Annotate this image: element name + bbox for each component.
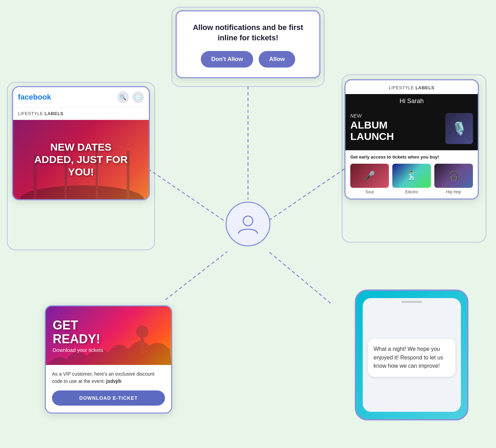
email-album-section: NEW ALBUM LAUNCH 🎙️ xyxy=(345,108,478,150)
email-mic-image: 🎙️ xyxy=(445,113,473,144)
email-genre-row: 🎤 Soul 🕺 Electro 🎧 Hip Hop xyxy=(350,164,473,194)
facebook-header: facebook 🔍 ✉️ xyxy=(13,87,149,107)
notification-title: Allow notifications and be first inline … xyxy=(189,22,307,43)
facebook-brand-bar: LIFESTYLE LABELS xyxy=(13,107,149,120)
svg-point-5 xyxy=(20,185,144,199)
svg-line-4 xyxy=(269,252,331,303)
email-card: LIFESTYLE LABELS Hi Sarah NEW ALBUM LAUN… xyxy=(344,79,479,200)
allow-button[interactable]: Allow xyxy=(259,51,295,68)
facebook-logo: facebook xyxy=(18,93,51,102)
email-new-label: NEW xyxy=(350,113,441,119)
download-body: As a VIP customer, here's an exclusive d… xyxy=(46,365,171,413)
genre-hiphop-image: 🎧 xyxy=(434,164,473,188)
download-card: GET READY! Download your tickets As a VI… xyxy=(45,305,172,414)
messenger-icon[interactable]: ✉️ xyxy=(132,91,144,103)
scene: Allow notifications and be first inline … xyxy=(0,0,496,448)
email-brand-header: LIFESTYLE LABELS xyxy=(345,80,478,94)
sms-card: What a night! We hope you enjoyed it! Re… xyxy=(355,289,468,420)
svg-line-2 xyxy=(269,169,344,221)
facebook-icons: 🔍 ✉️ xyxy=(117,91,144,103)
download-vip-text: As a VIP customer, here's an exclusive d… xyxy=(52,370,165,385)
download-subtext: Download your tickets xyxy=(53,347,103,353)
notification-card: Allow notifications and be first inline … xyxy=(176,10,320,78)
svg-point-10 xyxy=(136,326,148,338)
phone-notch xyxy=(401,301,422,303)
genre-hiphop-label: Hip Hop xyxy=(434,190,473,194)
download-concert-image: GET READY! Download your tickets xyxy=(46,306,171,365)
notification-buttons: Don't Allow Allow xyxy=(189,51,307,68)
facebook-card: facebook 🔍 ✉️ LIFESTYLE LABELS NEW DATES… xyxy=(12,86,150,200)
download-concert-text: GET READY! Download your tickets xyxy=(53,318,103,353)
genre-soul-image: 🎤 xyxy=(350,164,389,188)
email-album-text: NEW ALBUM LAUNCH xyxy=(350,113,441,142)
sms-message-bubble: What a night! We hope you enjoyed it! Re… xyxy=(368,339,455,377)
genre-soul: 🎤 Soul xyxy=(350,164,389,194)
genre-electro-image: 🕺 xyxy=(392,164,431,188)
svg-point-12 xyxy=(243,216,253,226)
email-greeting: Hi Sarah xyxy=(345,94,478,108)
genre-hiphop: 🎧 Hip Hop xyxy=(434,164,473,194)
facebook-concert-text: NEW DATES ADDED, JUST FOR YOU! xyxy=(29,141,133,178)
genre-soul-label: Soul xyxy=(350,190,389,194)
facebook-concert-image: NEW DATES ADDED, JUST FOR YOU! xyxy=(13,120,149,199)
genre-electro-label: Electro xyxy=(392,190,431,194)
svg-rect-11 xyxy=(141,337,144,355)
search-icon[interactable]: 🔍 xyxy=(117,91,129,103)
download-ticket-button[interactable]: DOWNLOAD E-TICKET xyxy=(52,390,165,406)
dont-allow-button[interactable]: Don't Allow xyxy=(201,51,253,68)
svg-line-3 xyxy=(165,252,227,300)
genre-electro: 🕺 Electro xyxy=(392,164,431,194)
phone-screen: What a night! We hope you enjoyed it! Re… xyxy=(363,298,461,412)
svg-line-1 xyxy=(148,169,224,221)
avatar-icon xyxy=(236,212,260,236)
download-headline: GET READY! xyxy=(53,318,103,346)
email-album-title: ALBUM LAUNCH xyxy=(350,119,441,142)
email-access-text: Get early access to tickets when you buy… xyxy=(350,154,473,160)
center-avatar xyxy=(226,202,270,246)
email-body: Get early access to tickets when you buy… xyxy=(345,150,478,198)
